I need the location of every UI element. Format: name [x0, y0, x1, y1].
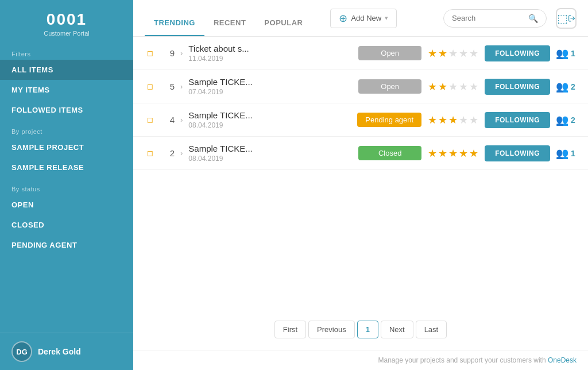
following-button[interactable]: FOLLOWING [485, 45, 550, 61]
add-new-label: Add New [351, 14, 381, 22]
add-new-button[interactable]: ⊕ Add New ▾ [330, 9, 397, 28]
followers-icon: 👥 [556, 114, 568, 126]
ticket-row[interactable]: ◇ 5 › Sample TICKE... 07.04.2019 Open ★★… [133, 70, 588, 103]
following-button[interactable]: FOLLOWING [485, 79, 550, 95]
ticket-row[interactable]: ◇ 4 › Sample TICKE... 08.04.2019 Pending… [133, 103, 588, 137]
ticket-row[interactable]: ◇ 2 › Sample TICKE... 08.04.2019 Closed … [133, 137, 588, 170]
sidebar-footer: DG Derek Gold [0, 333, 133, 370]
followers-icon: 👥 [556, 80, 568, 93]
star-2: ★ [438, 80, 447, 93]
ticket-info: Sample TICKE... 08.04.2019 [188, 144, 353, 163]
ticket-icon: ◇ [142, 79, 158, 95]
star-3: ★ [448, 47, 458, 60]
ticket-number: 5 [162, 82, 175, 91]
follower-count: 👥 1 [556, 147, 577, 160]
follower-number: 2 [571, 82, 575, 91]
status-badge: Open [358, 46, 421, 60]
follower-number: 1 [571, 149, 575, 158]
sidebar-item-closed[interactable]: CLOSED [0, 215, 133, 235]
ticket-icon: ◇ [142, 112, 158, 128]
page-button-first[interactable]: First [274, 321, 306, 338]
onedesk-link[interactable]: OneDesk [548, 356, 577, 364]
ticket-icon: ◇ [142, 145, 158, 161]
star-4: ★ [459, 147, 468, 160]
logo-subtitle: Customer Portal [11, 30, 122, 37]
page-button-last[interactable]: Last [416, 321, 447, 338]
star-5: ★ [469, 114, 478, 126]
page-button-next[interactable]: Next [381, 321, 413, 338]
ticket-date: 11.04.2019 [188, 55, 353, 63]
star-rating: ★★★★★ [427, 80, 479, 93]
tab-popular[interactable]: POPULAR [255, 18, 312, 36]
ticket-date: 08.04.2019 [188, 121, 351, 129]
logout-svg-icon [568, 13, 575, 24]
follower-number: 2 [571, 115, 575, 125]
sidebar: 0001 Customer Portal Filters ALL ITEMS M… [0, 0, 133, 370]
sidebar-item-my-items[interactable]: MY ITEMS [0, 80, 133, 100]
ticket-date: 07.04.2019 [188, 88, 353, 96]
ticket-title: Sample TICKE... [188, 110, 351, 120]
ticket-number: 4 [162, 115, 175, 125]
ticket-icon: ◇ [142, 45, 158, 61]
star-1: ★ [428, 47, 437, 60]
ticket-title: Sample TICKE... [188, 144, 353, 153]
ticket-number: 2 [162, 148, 175, 158]
user-name: Derek Gold [38, 347, 81, 356]
sidebar-item-all-items[interactable]: ALL ITEMS [0, 60, 133, 80]
star-5: ★ [469, 47, 478, 60]
main-content: TRENDING RECENT POPULAR ⊕ Add New ▾ 🔍 ⬚ … [133, 0, 588, 370]
star-1: ★ [428, 80, 437, 93]
ticket-info: Sample TICKE... 07.04.2019 [188, 77, 353, 96]
ticket-row[interactable]: ◇ 9 › Ticket about s... 11.04.2019 Open … [133, 37, 588, 70]
ticket-info: Sample TICKE... 08.04.2019 [188, 110, 351, 129]
star-4: ★ [459, 80, 468, 93]
star-4: ★ [459, 47, 468, 60]
ticket-title: Ticket about s... [188, 44, 353, 53]
logout-button[interactable]: ⬚ [556, 8, 577, 29]
follower-count: 👥 2 [556, 80, 577, 93]
following-button[interactable]: FOLLOWING [485, 145, 550, 161]
add-new-plus-icon: ⊕ [339, 13, 347, 24]
ticket-number: 9 [162, 48, 175, 58]
star-rating: ★★★★★ [427, 114, 479, 126]
search-input[interactable] [452, 14, 524, 22]
logo-number: 0001 [11, 10, 122, 29]
ticket-expand-arrow: › [180, 149, 183, 157]
following-button[interactable]: FOLLOWING [485, 112, 550, 128]
footer-text: Manage your projects and support your cu… [378, 356, 547, 364]
by-status-label: By status [0, 178, 133, 195]
ticket-expand-arrow: › [180, 49, 183, 57]
sidebar-item-open[interactable]: OPEN [0, 195, 133, 215]
star-1: ★ [428, 147, 437, 160]
sidebar-item-sample-release[interactable]: SAMPLE RELEASE [0, 157, 133, 178]
star-5: ★ [469, 147, 478, 160]
bottom-bar: Manage your projects and support your cu… [133, 350, 588, 370]
ticket-title: Sample TICKE... [188, 77, 353, 87]
ticket-expand-arrow: › [180, 115, 183, 124]
ticket-date: 08.04.2019 [188, 155, 353, 163]
status-badge: Open [358, 79, 421, 94]
filters-label: Filters [0, 43, 133, 60]
status-badge: Closed [358, 146, 421, 160]
page-button-previous[interactable]: Previous [308, 321, 355, 338]
search-icon: 🔍 [528, 14, 538, 23]
tab-recent[interactable]: RECENT [204, 18, 255, 36]
star-5: ★ [469, 80, 478, 93]
sidebar-item-pending-agent[interactable]: PENDING AGENT [0, 235, 133, 255]
star-4: ★ [459, 114, 468, 126]
follower-count: 👥 2 [556, 114, 577, 126]
tabs: TRENDING RECENT POPULAR [145, 0, 312, 36]
star-2: ★ [438, 147, 447, 160]
star-rating: ★★★★★ [427, 147, 479, 160]
avatar: DG [11, 341, 32, 362]
logout-icon: ⬚ [557, 11, 568, 25]
sidebar-item-sample-project[interactable]: SAMPLE PROJECT [0, 137, 133, 157]
follower-count: 👥 1 [556, 47, 577, 60]
page-button-1[interactable]: 1 [357, 321, 378, 338]
sidebar-item-followed-items[interactable]: FOLLOWED ITEMS [0, 100, 133, 120]
tab-trending[interactable]: TRENDING [145, 18, 204, 36]
star-3: ★ [448, 147, 458, 160]
star-3: ★ [448, 80, 458, 93]
star-rating: ★★★★★ [427, 47, 479, 60]
follower-number: 1 [571, 49, 575, 58]
